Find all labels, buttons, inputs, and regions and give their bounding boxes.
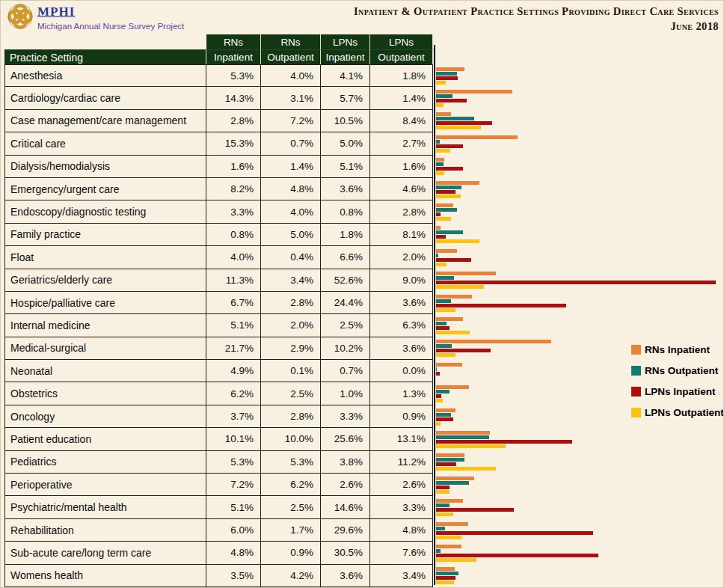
rns-outpatient-value: 4.0% <box>261 64 321 87</box>
rns-outpatient-value: 0.9% <box>261 542 321 564</box>
bar-rns-inpatient <box>436 158 444 162</box>
lpns-outpatient-value: 7.6% <box>370 542 433 564</box>
group-header-lpns-inpatient: LPNs <box>321 34 370 49</box>
bar-rns-outpatient <box>436 435 489 439</box>
bar-lpns-inpatient <box>436 440 572 444</box>
bar-lpns-inpatient <box>436 121 492 125</box>
bar-group <box>433 269 723 292</box>
report-page: MPHI Michigan Annual Nurse Survey Projec… <box>0 0 724 588</box>
bar-lpns-inpatient <box>436 144 463 148</box>
bar-lpns-outpatient <box>436 467 496 471</box>
rns-outpatient-value: 0.7% <box>261 132 321 155</box>
lpns-outpatient-value: 1.6% <box>370 156 433 178</box>
lpns-outpatient-value: 9.0% <box>370 269 433 292</box>
bar-lpns-inpatient <box>436 235 446 239</box>
bar-group <box>433 565 723 587</box>
bar-rns-outpatient <box>436 162 444 166</box>
legend-item-lpns-outpatient: LPNs Outpatient <box>631 407 724 418</box>
rns-inpatient-value: 11.3% <box>206 269 261 292</box>
col-header-rns-inpatient: Inpatient <box>206 49 261 64</box>
bar-rns-outpatient <box>436 208 457 212</box>
bar-group <box>433 200 723 223</box>
lpns-outpatient-value: 0.0% <box>370 360 433 382</box>
bar-rns-inpatient <box>436 408 455 412</box>
bar-lpns-outpatient <box>436 126 481 129</box>
rns-inpatient-value: 2.8% <box>206 110 261 132</box>
lpns-outpatient-value: 1.3% <box>370 382 433 405</box>
table-row: Family practice 0.8% 5.0% 1.8% 8.1% <box>4 224 723 246</box>
lpns-outpatient-value: 6.3% <box>370 314 433 337</box>
lpns-inpatient-value: 0.7% <box>321 360 370 382</box>
table-row: Obstetrics 6.2% 2.5% 1.0% 1.3% <box>4 382 723 405</box>
report-date: June 2018 <box>354 19 719 34</box>
mphi-knot-logo-icon <box>7 3 34 30</box>
practice-setting-cell: Oncology <box>4 405 206 428</box>
table-row: Womens health 3.5% 4.2% 3.6% 3.4% <box>4 565 723 587</box>
table-row: Anesthesia 5.3% 4.0% 4.1% 1.8% <box>4 64 723 87</box>
bar-rns-inpatient <box>436 385 469 389</box>
logo-text-block: MPHI Michigan Annual Nurse Survey Projec… <box>37 3 184 31</box>
bar-rns-outpatient <box>436 413 451 417</box>
bar-group <box>433 451 723 474</box>
practice-setting-cell: Patient education <box>4 428 206 450</box>
lpns-inpatient-value: 5.7% <box>321 87 370 109</box>
lpns-outpatient-value: 4.6% <box>370 178 433 200</box>
rns-outpatient-value: 0.1% <box>261 360 321 382</box>
bar-rns-outpatient <box>436 186 461 189</box>
rns-outpatient-value: 1.7% <box>261 519 321 542</box>
table-column-header-row: Practice Setting Inpatient Outpatient In… <box>4 49 433 64</box>
rns-inpatient-value: 5.1% <box>206 496 261 518</box>
rns-inpatient-value: 0.8% <box>206 224 261 246</box>
rns-inpatient-value: 6.0% <box>206 519 261 542</box>
bar-rns-outpatient <box>436 254 438 257</box>
lpns-inpatient-value: 5.0% <box>321 132 370 155</box>
lpns-inpatient-value: 0.8% <box>321 200 370 223</box>
bar-lpns-inpatient <box>436 462 456 466</box>
bar-lpns-inpatient <box>436 304 566 307</box>
practice-setting-cell: Cardiology/cardiac care <box>4 87 206 109</box>
legend-swatch-lpns-outpatient <box>631 408 641 417</box>
report-title: Inpatient & Outpatient Practice Settings… <box>354 4 719 19</box>
bar-rns-outpatient <box>436 390 450 393</box>
rns-outpatient-value: 7.2% <box>261 110 321 132</box>
bar-rns-inpatient <box>436 249 457 253</box>
bar-rns-inpatient <box>436 340 551 343</box>
bar-rns-outpatient <box>436 72 457 76</box>
rns-inpatient-value: 14.3% <box>206 87 261 109</box>
lpns-outpatient-value: 1.4% <box>370 87 433 109</box>
lpns-outpatient-value: 3.6% <box>370 292 433 314</box>
lpns-inpatient-value: 3.8% <box>321 451 370 474</box>
bar-lpns-outpatient <box>436 512 453 516</box>
practice-setting-cell: Rehabilitation <box>4 519 206 542</box>
rns-outpatient-value: 2.5% <box>261 496 321 518</box>
lpns-outpatient-value: 2.0% <box>370 246 433 269</box>
bar-lpns-inpatient <box>436 576 455 580</box>
bar-group <box>433 496 723 518</box>
bar-rns-outpatient <box>436 367 437 371</box>
table-row: Oncology 3.7% 2.8% 3.3% 0.9% <box>4 405 723 428</box>
practice-setting-cell: Critical care <box>4 132 206 155</box>
rns-outpatient-value: 4.2% <box>261 565 321 587</box>
bar-lpns-outpatient <box>436 581 454 584</box>
bar-group <box>433 64 723 87</box>
lpns-outpatient-value: 13.1% <box>370 428 433 450</box>
bar-lpns-inpatient <box>436 554 598 557</box>
lpns-inpatient-value: 30.5% <box>321 542 370 564</box>
practice-setting-cell: Womens health <box>4 565 206 587</box>
bar-lpns-outpatient <box>436 353 455 357</box>
bar-rns-inpatient <box>436 317 463 321</box>
bar-rns-inpatient <box>436 522 468 526</box>
lpns-outpatient-value: 3.6% <box>370 337 433 360</box>
bar-lpns-inpatient <box>436 349 491 352</box>
legend-swatch-lpns-inpatient <box>631 387 641 396</box>
table-row: Sub-acute care/long term care 4.8% 0.9% … <box>4 542 723 564</box>
practice-setting-cell: Geriatrics/elderly care <box>4 269 206 292</box>
bar-lpns-outpatient <box>436 263 447 266</box>
table-row: Critical care 15.3% 0.7% 5.0% 2.7% <box>4 132 723 155</box>
legend-label: RNs Outpatient <box>645 365 718 376</box>
legend-item-lpns-inpatient: LPNs Inpatient <box>631 386 724 397</box>
bar-lpns-inpatient <box>436 372 440 376</box>
table-row: Emergency/urgent care 8.2% 4.8% 3.6% 4.6… <box>4 178 723 200</box>
rns-outpatient-value: 3.4% <box>261 269 321 292</box>
rns-inpatient-value: 3.5% <box>206 565 261 587</box>
